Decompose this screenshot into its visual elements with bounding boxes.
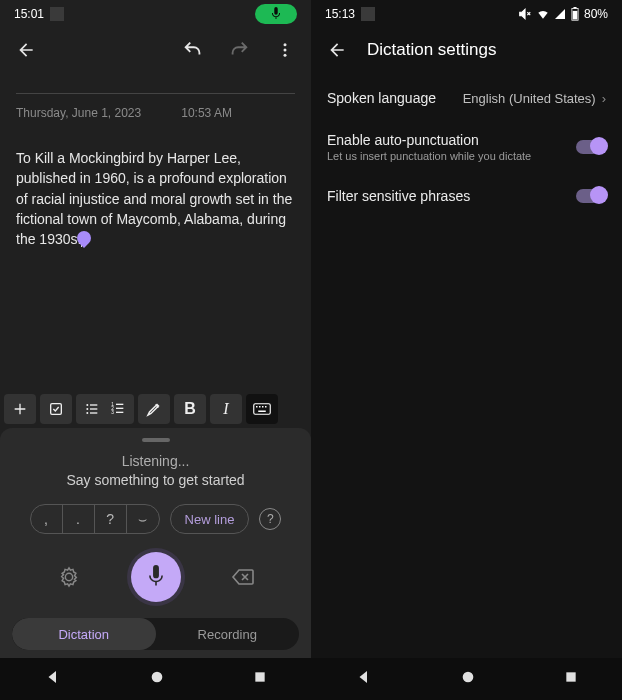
nav-recent[interactable]: [252, 669, 268, 689]
svg-point-27: [462, 672, 473, 683]
note-title-line: [16, 92, 295, 94]
numbered-list-icon: 123: [110, 401, 126, 417]
svg-point-1: [284, 49, 287, 52]
list-tools[interactable]: 123: [76, 394, 134, 424]
svg-point-2: [284, 54, 287, 57]
comma-button[interactable]: ,: [31, 505, 63, 533]
redo-icon: [228, 39, 250, 61]
highlighter-icon: [145, 400, 163, 418]
gear-icon: [58, 566, 80, 588]
svg-rect-19: [262, 406, 264, 408]
system-nav-bar: [311, 658, 622, 700]
battery-percent: 80%: [584, 7, 608, 21]
note-meta: Thursday, June 1, 2023 10:53 AM: [16, 106, 295, 120]
note-text[interactable]: To Kill a Mockingbird by Harper Lee, pub…: [16, 148, 295, 249]
dictation-settings-button[interactable]: [55, 563, 83, 591]
svg-point-6: [86, 408, 88, 410]
nav-home[interactable]: [460, 669, 476, 689]
svg-rect-7: [90, 409, 97, 410]
note-time: 10:53 AM: [181, 106, 232, 120]
svg-rect-3: [51, 404, 62, 415]
drag-handle[interactable]: [142, 438, 170, 442]
chevron-right-icon: ›: [602, 91, 606, 106]
status-bar: 15:13 80%: [311, 0, 622, 28]
signal-icon: [554, 8, 566, 20]
note-body[interactable]: Thursday, June 1, 2023 10:53 AM To Kill …: [0, 72, 311, 390]
battery-icon: [570, 7, 580, 21]
keyboard-icon: [253, 402, 271, 416]
add-button[interactable]: [4, 394, 36, 424]
bold-icon: B: [184, 400, 196, 418]
checkbox-tool[interactable]: [40, 394, 72, 424]
backspace-button[interactable]: [229, 563, 257, 591]
undo-icon: [182, 39, 204, 61]
setting-filter-phrases[interactable]: Filter sensitive phrases: [327, 188, 606, 204]
svg-rect-28: [566, 672, 575, 681]
status-bar: 15:01: [0, 0, 311, 28]
svg-point-0: [284, 43, 287, 46]
nav-back[interactable]: [44, 668, 62, 690]
space-button[interactable]: ⌣: [127, 505, 159, 533]
italic-tool[interactable]: I: [210, 394, 242, 424]
tab-recording[interactable]: Recording: [156, 618, 300, 650]
notification-indicator: [50, 7, 64, 21]
setting-auto-punctuation[interactable]: Enable auto-punctuation Let us insert pu…: [327, 132, 606, 162]
settings-body: Spoken language English (United States) …: [311, 72, 622, 222]
page-title: Dictation settings: [367, 40, 496, 60]
triangle-back-icon: [355, 668, 373, 686]
filter-phrases-toggle[interactable]: [576, 189, 606, 203]
svg-rect-25: [573, 11, 578, 20]
undo-button[interactable]: [175, 32, 211, 68]
dictation-panel: Listening... Say something to get starte…: [0, 428, 311, 658]
mic-active-pill[interactable]: [255, 4, 297, 24]
circle-home-icon: [149, 669, 165, 685]
language-value: English (United States): [463, 91, 596, 106]
back-button[interactable]: [8, 32, 44, 68]
newline-button[interactable]: New line: [170, 504, 250, 534]
more-button[interactable]: [267, 32, 303, 68]
microphone-icon: [271, 7, 281, 21]
svg-text:3: 3: [111, 411, 114, 416]
arrow-left-icon: [327, 40, 347, 60]
svg-point-4: [86, 404, 88, 406]
status-time: 15:13: [325, 7, 355, 21]
system-nav-bar: [0, 658, 311, 700]
note-date: Thursday, June 1, 2023: [16, 106, 141, 120]
backspace-icon: [231, 568, 255, 586]
triangle-back-icon: [44, 668, 62, 686]
highlight-tool[interactable]: [138, 394, 170, 424]
svg-rect-23: [255, 672, 264, 681]
nav-recent[interactable]: [563, 669, 579, 689]
more-vertical-icon: [276, 41, 294, 59]
nav-back[interactable]: [355, 668, 373, 690]
svg-rect-18: [259, 406, 261, 408]
setting-spoken-language[interactable]: Spoken language English (United States) …: [327, 90, 606, 106]
punctuation-buttons: , . ? ⌣: [30, 504, 160, 534]
notification-indicator: [361, 7, 375, 21]
italic-icon: I: [223, 400, 228, 418]
square-recent-icon: [252, 669, 268, 685]
mic-button[interactable]: [131, 552, 181, 602]
svg-rect-5: [90, 405, 97, 406]
period-button[interactable]: .: [63, 505, 95, 533]
arrow-left-icon: [16, 40, 36, 60]
svg-rect-9: [90, 413, 97, 414]
listening-status: Listening... Say something to get starte…: [66, 452, 244, 490]
svg-point-22: [151, 672, 162, 683]
help-button[interactable]: ?: [259, 508, 281, 530]
wifi-icon: [536, 7, 550, 21]
svg-rect-20: [265, 406, 267, 408]
checkbox-icon: [48, 401, 64, 417]
plus-icon: [12, 401, 28, 417]
tab-dictation[interactable]: Dictation: [12, 618, 156, 650]
question-button[interactable]: ?: [95, 505, 127, 533]
keyboard-tool[interactable]: [246, 394, 278, 424]
auto-punctuation-toggle[interactable]: [576, 140, 606, 154]
nav-home[interactable]: [149, 669, 165, 689]
svg-rect-15: [116, 412, 123, 413]
back-button[interactable]: [325, 32, 349, 68]
circle-home-icon: [460, 669, 476, 685]
bold-tool[interactable]: B: [174, 394, 206, 424]
svg-rect-16: [254, 404, 271, 415]
redo-button[interactable]: [221, 32, 257, 68]
